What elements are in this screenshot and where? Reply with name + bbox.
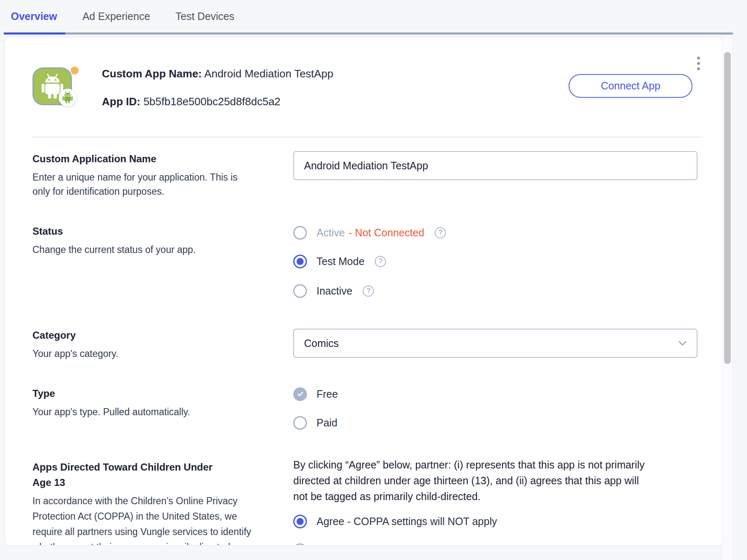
app-header-text: Custom App Name: Android Mediation TestA…: [102, 67, 333, 109]
type-option-label: Paid: [317, 417, 337, 429]
section-title: Category: [32, 329, 290, 342]
status-option-label: Inactive: [317, 285, 352, 297]
section-description: Change the current status of your app.: [32, 243, 290, 257]
coppa-option-agree: Agree - COPPA settings will NOT apply: [293, 514, 497, 528]
section-type: Type Your app's type. Pulled automatical…: [32, 387, 290, 419]
app-id-line: App ID: 5b5fb18e500bc25d8f8dc5a2: [102, 94, 333, 109]
category-select[interactable]: Comics: [293, 329, 698, 358]
radio-disagree-partial[interactable]: [293, 543, 307, 545]
help-icon[interactable]: ?: [435, 227, 446, 238]
android-platform-badge-icon: [59, 89, 77, 107]
help-icon[interactable]: ?: [375, 256, 386, 267]
app-name-line: Custom App Name: Android Mediation TestA…: [102, 67, 333, 81]
section-title: Custom Application Name: [32, 152, 290, 166]
radio-paid[interactable]: [293, 416, 307, 430]
section-custom-application-name: Custom Application Name Enter a unique n…: [32, 152, 290, 198]
not-connected-text: - Not Connected: [349, 227, 424, 238]
coppa-agreement-text: By clicking “Agree” below, partner: (i) …: [293, 457, 701, 504]
section-title: Apps Directed Toward Children Under Age …: [32, 459, 257, 490]
type-option-free: Free: [293, 387, 338, 401]
app-id-value: 5b5fb18e500bc25d8f8dc5a2: [143, 95, 281, 108]
tab-ad-experience[interactable]: Ad Experience: [82, 10, 150, 22]
section-title: Status: [32, 225, 290, 238]
connect-app-button[interactable]: Connect App: [569, 74, 693, 98]
section-status: Status Change the current status of your…: [32, 225, 290, 257]
help-icon[interactable]: ?: [363, 285, 374, 297]
section-description: Your app's category.: [32, 347, 290, 361]
tab-overview[interactable]: Overview: [11, 10, 57, 22]
radio-inactive[interactable]: [293, 284, 307, 298]
radio-active[interactable]: [293, 226, 307, 240]
app-name-value: Android Mediation TestApp: [204, 67, 333, 80]
status-option-label: Active- Not Connected: [317, 227, 424, 239]
scrollbar-thumb[interactable]: [724, 52, 731, 364]
radio-agree[interactable]: [293, 515, 307, 528]
tab-test-devices[interactable]: Test Devices: [176, 10, 235, 22]
more-options-button[interactable]: [691, 52, 705, 74]
section-category: Category Your app's category.: [32, 329, 290, 361]
tab-underline: [4, 32, 733, 35]
status-option-test-mode: Test Mode ?: [293, 254, 386, 268]
category-selected-value: Comics: [304, 337, 339, 349]
check-circle-icon: [293, 387, 307, 401]
section-title: Type: [32, 387, 290, 400]
tab-bar: Overview Ad Experience Test Devices: [11, 0, 235, 32]
header-divider: [32, 136, 703, 138]
status-option-inactive: Inactive ?: [293, 284, 374, 298]
status-option-label: Test Mode: [317, 255, 364, 268]
section-description: Enter a unique name for your application…: [32, 170, 290, 198]
custom-app-name-input[interactable]: [293, 151, 698, 180]
status-option-active: Active- Not Connected ?: [293, 225, 446, 240]
app-name-label: Custom App Name:: [102, 67, 202, 80]
section-description: In accordance with the Children’s Online…: [32, 493, 257, 545]
coppa-option-partial: [293, 543, 307, 545]
radio-test-mode[interactable]: [293, 255, 307, 268]
app-id-label: App ID:: [102, 95, 140, 108]
section-coppa: Apps Directed Toward Children Under Age …: [32, 459, 257, 545]
section-description: Your app's type. Pulled automatically.: [32, 405, 290, 419]
coppa-option-label: Agree - COPPA settings will NOT apply: [317, 515, 497, 528]
active-tab-indicator: [4, 32, 65, 35]
status-indicator-dot: [71, 67, 79, 74]
type-option-paid: Paid: [293, 416, 337, 430]
scrollbar[interactable]: [722, 37, 733, 560]
app-overview-card: Custom App Name: Android Mediation TestA…: [5, 37, 722, 545]
type-option-label: Free: [317, 388, 338, 400]
chevron-down-icon: [678, 341, 687, 346]
